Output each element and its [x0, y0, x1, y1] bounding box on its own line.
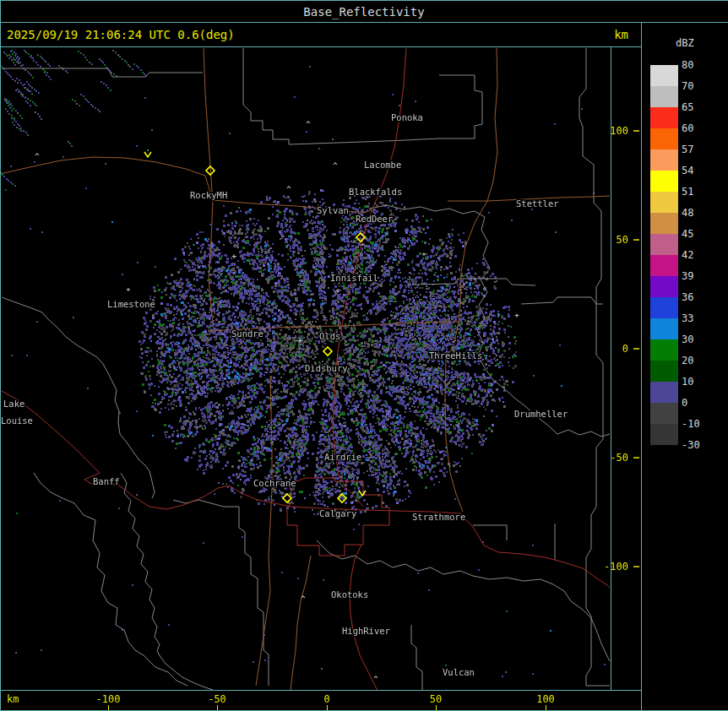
legend-color-block: [650, 192, 678, 213]
info-bar: 2025/09/19 21:06:24 UTC 0.6(deg) km: [0, 23, 642, 46]
legend-color-block: [650, 297, 678, 318]
bottom-axis: km -100-50050100: [0, 691, 642, 711]
bottom-axis-tick-label: 50: [430, 693, 442, 705]
legend-color-block: [650, 213, 678, 234]
bottom-axis-tick-label: -100: [96, 693, 121, 705]
legend-level-label: 51: [682, 186, 693, 198]
legend-color-block: [650, 86, 678, 107]
legend-color-block: [650, 149, 678, 171]
legend-level-label: 57: [682, 144, 693, 155]
right-axis-tick-label: 50: [617, 234, 628, 246]
legend-level-label: 45: [682, 228, 693, 240]
right-axis-unit-label: km: [614, 28, 628, 41]
right-axis-tick-label: 0: [622, 343, 628, 355]
bottom-axis-unit-label: km: [7, 693, 19, 705]
legend-panel: dBZ 807065605754514845423936333020100-10…: [642, 23, 728, 711]
legend-level-label: 70: [682, 80, 693, 92]
frame-line: [0, 22, 728, 23]
frame-line: [0, 0, 1, 711]
title-bar: Base_Reflectivity: [0, 0, 728, 23]
legend-color-block: [650, 107, 678, 128]
legend-level-label: 48: [682, 207, 693, 219]
radar-application-window: Base_Reflectivity 2025/09/19 21:06:24 UT…: [0, 0, 728, 711]
legend-level-label: 30: [682, 334, 693, 345]
legend-level-label: 54: [682, 165, 693, 176]
legend-color-block: [650, 403, 678, 424]
legend-level-label: 65: [682, 101, 693, 113]
legend-color-block: [650, 65, 678, 86]
window-title: Base_Reflectivity: [0, 0, 728, 24]
frame-line: [0, 46, 642, 47]
bottom-axis-tick-label: 100: [536, 693, 555, 705]
legend-color-block: [650, 424, 678, 445]
legend-color-block: [650, 128, 678, 149]
legend-color-block: [650, 255, 678, 276]
legend-color-block: [650, 234, 678, 255]
timestamp-elevation-label: 2025/09/19 21:06:24 UTC 0.6(deg): [7, 28, 235, 41]
bottom-axis-tick-label: 0: [323, 693, 329, 705]
legend-level-label: 0: [682, 397, 687, 409]
legend-title: dBZ: [676, 37, 694, 49]
legend-level-label: 20: [682, 355, 693, 366]
legend-color-block: [650, 361, 678, 382]
right-axis-tick-label: -50: [610, 452, 628, 464]
frame-line: [641, 22, 642, 711]
legend-color-block: [650, 382, 678, 403]
frame-line: [0, 690, 642, 691]
legend-level-label: 36: [682, 291, 693, 303]
legend-color-block: [650, 318, 678, 339]
legend-level-label: 60: [682, 122, 693, 134]
legend-level-label: 39: [682, 270, 693, 282]
legend-level-label: 42: [682, 249, 693, 261]
legend-level-label: -30: [682, 439, 700, 451]
legend-level-label: 10: [682, 376, 693, 388]
radar-map-area[interactable]: 100500-50-100^^^^^^^^**+++PonokaLacombeB…: [0, 46, 642, 691]
bottom-axis-tick-label: -50: [208, 693, 226, 705]
legend-level-label: 33: [682, 312, 693, 324]
legend-color-block: [650, 276, 678, 297]
legend-color-block: [650, 171, 678, 192]
radar-echo-canvas[interactable]: [0, 46, 611, 691]
frame-line: [0, 0, 728, 1]
legend-level-label: 80: [682, 59, 693, 71]
right-axis-tick-label: 100: [610, 125, 628, 137]
legend-color-block: [650, 339, 678, 361]
legend-level-label: -10: [682, 418, 700, 430]
